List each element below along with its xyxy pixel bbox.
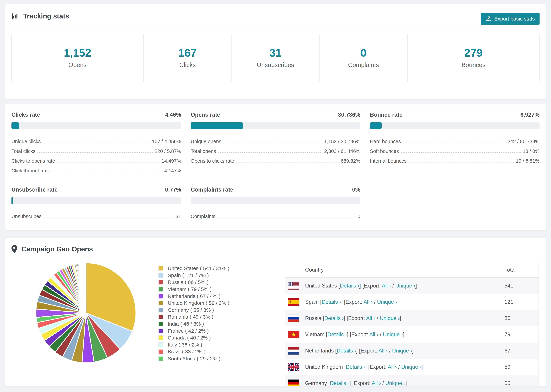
details-link[interactable]: Details ›	[337, 348, 356, 354]
export-unique-link[interactable]: Unique ›	[380, 315, 400, 321]
legend-label: United Kingdom ( 59 / 3% )	[168, 300, 229, 306]
export-unique-link[interactable]: Unique ›	[385, 380, 405, 386]
pie-legend: United States ( 541 / 31% )Spain ( 121 /…	[158, 265, 229, 362]
country-name: Netherlands [	[305, 348, 337, 354]
legend-swatch	[158, 266, 163, 271]
summary-cell-clicks: 167Clicks	[143, 34, 231, 82]
rate-detail-row: Unsubscribes31	[11, 210, 181, 219]
rate-value: 0.77%	[165, 186, 181, 193]
summary-cell-bounces: 279Bounces	[407, 34, 539, 82]
rate-row-label: Click through rate	[11, 168, 50, 174]
export-all-link[interactable]: All ›	[363, 299, 373, 305]
rate-row-value: 0	[358, 214, 360, 219]
progress-bar-track	[11, 197, 181, 204]
rate-detail-row: Clicks to opens rate14.497%	[11, 154, 181, 164]
export-icon	[486, 16, 491, 22]
legend-item-italy: Italy ( 36 / 2% )	[158, 341, 229, 348]
legend-swatch	[158, 315, 163, 319]
legend-item-canada: Canada ( 40 / 2% )	[158, 334, 229, 341]
rate-row-value: 31	[176, 214, 181, 219]
export-basic-stats-button[interactable]: Export basic stats	[481, 13, 540, 25]
rate-row-value: 167 / 4.456%	[152, 139, 181, 144]
export-unique-link[interactable]: Unique ›	[377, 299, 397, 305]
details-link[interactable]: Details ›	[322, 299, 341, 305]
legend-item-brazil: Brazil ( 33 / 2% )	[158, 348, 229, 355]
export-unique-link[interactable]: Unique ›	[383, 331, 403, 337]
country-name: United Kingdom [	[305, 364, 346, 370]
export-all-link[interactable]: All ›	[382, 283, 391, 289]
flag-us-icon	[288, 282, 299, 290]
details-link[interactable]: Details ›	[340, 283, 359, 289]
rate-detail-row: Total opens2,303 / 61.446%	[191, 144, 360, 154]
progress-bar-fill	[370, 122, 382, 129]
geo-table-row-de: Germany [Details ›] [Export: All › / Uni…	[285, 375, 538, 386]
rate-row-label: Internal bounces	[370, 158, 407, 164]
rate-row-value: 18 / 0%	[523, 148, 540, 154]
flag-de-icon	[288, 379, 299, 386]
total-cell: 67	[504, 348, 538, 354]
geo-table-row-ru: Russia [Details ›] [Export: All › / Uniq…	[285, 310, 538, 326]
legend-swatch	[158, 349, 163, 354]
legend-swatch	[158, 280, 163, 285]
export-all-link[interactable]: All ›	[388, 364, 397, 370]
summary-cell-opens: 1,152Opens	[12, 34, 143, 82]
rate-value: 30.736%	[338, 111, 360, 118]
export-all-link[interactable]: All ›	[369, 331, 378, 337]
total-cell: 121	[504, 299, 538, 305]
rate-row-value: 689.82%	[341, 158, 360, 164]
progress-bar-fill	[11, 122, 19, 129]
rate-row-label: Total clicks	[11, 148, 35, 154]
rate-row-label: Clicks to opens rate	[11, 158, 55, 164]
rate-row-label: Unique clicks	[11, 139, 41, 144]
rate-row-label: Unsubscribes	[11, 214, 42, 219]
details-link[interactable]: Details ›	[346, 364, 365, 370]
summary-value: 279	[464, 47, 483, 58]
legend-item-south-africa: South Africa ( 29 / 2% )	[158, 355, 229, 362]
legend-swatch	[158, 322, 163, 326]
legend-label: Netherlands ( 67 / 4% )	[168, 293, 220, 299]
rates-row-2: Unsubscribe rate0.77%Unsubscribes31Compl…	[11, 186, 540, 219]
details-link[interactable]: Details ›	[327, 331, 347, 337]
legend-swatch	[158, 287, 163, 292]
country-name: Vietnam [	[305, 331, 327, 337]
flag-nl-icon	[288, 347, 299, 355]
details-link[interactable]: Details ›	[330, 380, 349, 386]
country-cell: Russia [Details ›] [Export: All › / Uniq…	[305, 315, 504, 321]
legend-swatch	[158, 273, 163, 278]
legend-label: United States ( 541 / 31% )	[168, 266, 229, 271]
legend-item-russia: Russia ( 86 / 5% )	[158, 279, 229, 286]
country-name: United States [	[305, 283, 340, 289]
details-link[interactable]: Details ›	[324, 315, 344, 321]
flag-vn-icon	[288, 331, 299, 338]
export-all-link[interactable]: All ›	[379, 348, 388, 354]
geo-table-row-nl: Netherlands [Details ›] [Export: All › /…	[285, 343, 538, 359]
rate-title: Bounce rate	[370, 111, 403, 118]
pie-chart-svg	[35, 261, 137, 364]
rates-row-1: Clicks rate4.46%Unique clicks167 / 4.456…	[11, 111, 540, 174]
total-cell: 79	[504, 331, 538, 338]
rate-row-label: Unique opens	[191, 139, 221, 144]
flag-ru-icon	[288, 315, 299, 322]
summary-value: 0	[360, 47, 367, 58]
geo-opens-table: Country Total United States [Details ›] …	[285, 262, 539, 386]
progress-bar-fill	[11, 197, 13, 204]
rate-block-unsubscribe-rate: Unsubscribe rate0.77%Unsubscribes31	[11, 186, 181, 219]
country-cell: Spain [Details ›] [Export: All › / Uniqu…	[305, 299, 504, 305]
tracking-stats-header: Tracking stats	[5, 4, 546, 28]
summary-cell-unsubscribes: 31Unsubscribes	[231, 34, 319, 82]
export-unique-link[interactable]: Unique ›	[392, 348, 412, 354]
rate-value: 6.927%	[520, 111, 540, 118]
export-all-link[interactable]: All ›	[366, 315, 375, 321]
tracking-stats-panel: Tracking stats Export basic stats 1,152O…	[5, 4, 546, 99]
export-all-link[interactable]: All ›	[372, 380, 381, 386]
export-unique-link[interactable]: Unique ›	[395, 283, 415, 289]
export-unique-link[interactable]: Unique ›	[401, 364, 421, 370]
legend-label: Brazil ( 33 / 2% )	[168, 349, 206, 355]
legend-label: Vietnam ( 79 / 5% )	[168, 286, 212, 292]
legend-item-romania: Romania ( 49 / 3% )	[158, 314, 229, 321]
legend-swatch	[158, 356, 163, 361]
summary-value: 167	[178, 47, 197, 58]
rate-row-label: Total opens	[191, 148, 216, 154]
rate-row-value: 220 / 5.87%	[155, 148, 181, 154]
total-cell: 59	[504, 364, 538, 370]
